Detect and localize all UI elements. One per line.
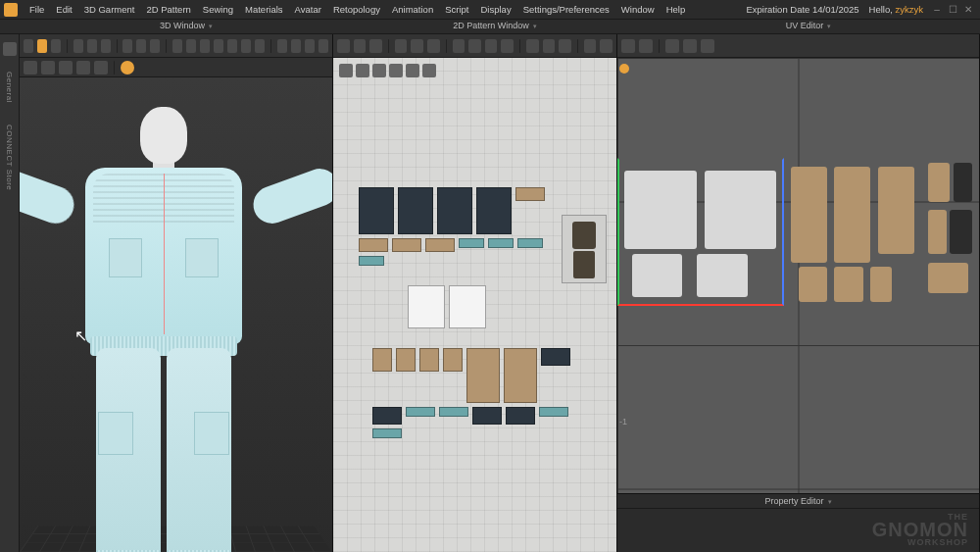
view3d-show-avatar-icon[interactable] [24, 61, 37, 75]
uv-island-shirt-front[interactable] [624, 171, 697, 249]
tool3d-select-arrow-icon[interactable] [24, 39, 33, 53]
tooluv-unfold-icon[interactable] [683, 39, 697, 53]
float2d-toggle2-icon[interactable] [372, 64, 386, 77]
panel-title-3d[interactable]: 3D Window [20, 20, 353, 33]
tool3d-zipper-icon[interactable] [227, 39, 237, 53]
float2d-toggle3-icon[interactable] [389, 64, 403, 77]
tool3d-select-rect-icon[interactable] [51, 39, 61, 53]
pattern-pocket-4[interactable] [443, 348, 463, 372]
tool2d-edit-icon[interactable] [354, 39, 367, 53]
viewport-2d[interactable] [333, 58, 616, 552]
menu-materials[interactable]: Materials [239, 4, 289, 15]
uv-island-pocket-2[interactable] [834, 267, 863, 302]
tool3d-measure-icon[interactable] [150, 39, 160, 53]
minimize-button[interactable]: – [931, 4, 943, 16]
menu-script[interactable]: Script [439, 4, 474, 15]
tool2d-sym-icon[interactable] [559, 39, 571, 53]
pattern-jacket-front-l[interactable] [359, 187, 394, 234]
pattern-yoke-1[interactable] [515, 187, 545, 201]
tooluv-pack-icon[interactable] [665, 39, 679, 53]
menu-file[interactable]: File [24, 4, 50, 15]
tool3d-tack-icon[interactable] [200, 39, 210, 53]
view3d-show-texture-icon[interactable] [59, 61, 73, 75]
property-editor-title[interactable]: Property Editor [617, 494, 979, 509]
pattern-preview-box[interactable] [562, 215, 607, 283]
pattern-cuff-2[interactable] [439, 407, 468, 417]
tool2d-rect-icon[interactable] [411, 39, 423, 53]
tool3d-cut-icon[interactable] [87, 39, 97, 53]
menu-help[interactable]: Help [661, 4, 692, 15]
menu-window[interactable]: Window [615, 4, 661, 15]
pattern-pant-panel-1[interactable] [541, 348, 570, 366]
menu-edit[interactable]: Edit [50, 4, 77, 15]
pattern-cuff-3[interactable] [539, 407, 568, 417]
pattern-jacket-back-r[interactable] [476, 187, 512, 234]
pattern-trim-2[interactable] [488, 238, 514, 248]
uv-island-pocket-3[interactable] [870, 267, 892, 302]
tool3d-texture-icon[interactable] [277, 39, 287, 53]
tool2d-seam2-icon[interactable] [485, 39, 498, 53]
tooluv-mode2-icon[interactable] [639, 39, 653, 53]
uv-island-jacket-5[interactable] [928, 263, 968, 293]
app-logo[interactable] [4, 3, 18, 17]
tool3d-button-icon[interactable] [214, 39, 223, 53]
tool2d-internal-icon[interactable] [501, 39, 514, 53]
uv-island-jacket-4[interactable] [950, 210, 971, 253]
uv-island-pant-1[interactable] [791, 167, 827, 263]
pattern-pant-front-r[interactable] [504, 348, 537, 403]
pattern-pant-front-l[interactable] [466, 348, 500, 403]
viewport-uv[interactable]: -1 [617, 58, 979, 493]
pattern-yoke-2[interactable] [359, 238, 388, 252]
pattern-jacket-front-r[interactable] [398, 187, 433, 234]
float2d-move-icon[interactable] [406, 64, 419, 77]
menu-2d-pattern[interactable]: 2D Pattern [140, 4, 196, 15]
pattern-shirt-front[interactable] [408, 285, 445, 328]
uv-island-pocket-1[interactable] [799, 267, 828, 302]
pattern-cuff-4[interactable] [372, 428, 402, 438]
uv-island-pant-3[interactable] [878, 167, 914, 254]
tool3d-topstitch-icon[interactable] [241, 39, 251, 53]
float2d-lock-icon[interactable] [422, 64, 436, 77]
tool3d-layer-icon[interactable] [291, 39, 301, 53]
tool3d-arrange-icon[interactable] [305, 39, 315, 53]
viewport-3d[interactable]: ↖ [20, 77, 332, 552]
uv-island-sleeve-2[interactable] [697, 254, 748, 297]
pattern-trim-4[interactable] [359, 256, 384, 266]
uv-island-shirt-back[interactable] [705, 171, 777, 249]
pattern-pant-panel-2[interactable] [372, 407, 402, 425]
tool2d-transform-icon[interactable] [369, 39, 382, 53]
menu-animation[interactable]: Animation [386, 4, 439, 15]
menu-settings-preferences[interactable]: Settings/Preferences [517, 4, 615, 15]
pattern-cuff-1[interactable] [406, 407, 435, 417]
view3d-indicator-icon[interactable] [121, 61, 134, 75]
menu-sewing[interactable]: Sewing [197, 4, 239, 15]
tool2d-dart-icon[interactable] [453, 39, 466, 53]
uv-island-jacket-2[interactable] [954, 163, 971, 202]
tool3d-avatar-icon[interactable] [136, 39, 146, 53]
pattern-pocket-3[interactable] [419, 348, 439, 372]
tooluv-align-icon[interactable] [701, 39, 714, 53]
pattern-trim-1[interactable] [459, 238, 484, 248]
tool3d-seam-icon[interactable] [255, 39, 265, 53]
tool2d-align-icon[interactable] [600, 39, 612, 53]
pattern-yoke-3[interactable] [392, 238, 421, 252]
tool2d-select-arrow-icon[interactable] [337, 39, 350, 53]
view3d-show-mesh-icon[interactable] [94, 61, 108, 75]
tool2d-circle-icon[interactable] [427, 39, 440, 53]
uv-island-jacket-3[interactable] [928, 210, 946, 253]
tool3d-sim-icon[interactable] [318, 39, 328, 53]
menu-3d-garment[interactable]: 3D Garment [78, 4, 141, 15]
menu-display[interactable]: Display [474, 4, 516, 15]
pattern-yoke-4[interactable] [425, 238, 455, 252]
view3d-show-pins-icon[interactable] [76, 61, 90, 75]
sidebar-tab-general[interactable] [3, 42, 17, 56]
pattern-jacket-back-l[interactable] [437, 187, 472, 234]
view3d-show-garment-icon[interactable] [41, 61, 55, 75]
float2d-snap-icon[interactable] [339, 64, 353, 77]
close-button[interactable]: ✕ [962, 4, 974, 16]
tool2d-trace-icon[interactable] [526, 39, 539, 53]
pattern-pocket-1[interactable] [372, 348, 392, 372]
tool2d-fit-icon[interactable] [584, 39, 597, 53]
tool2d-pen-icon[interactable] [395, 39, 408, 53]
tool3d-move-icon[interactable] [37, 39, 47, 53]
